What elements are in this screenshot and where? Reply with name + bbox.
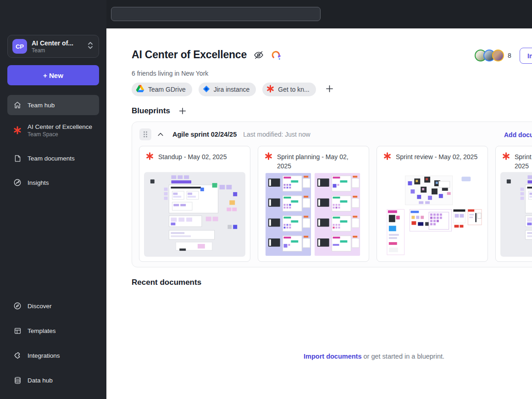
trend-circle-icon [13, 178, 22, 187]
add-blueprint-button[interactable] [178, 107, 187, 115]
compass-icon [13, 301, 22, 310]
last-modified: Last modified: Just now [243, 131, 310, 138]
main-content: AI Center of Excellence [106, 28, 532, 399]
page-title: AI Center of Excellence [132, 49, 247, 61]
blueprint-card-sprint-planning[interactable]: Sprint planning - May 02, 2025 [258, 146, 369, 262]
sidebar-item-label: Templates [28, 327, 56, 334]
new-button[interactable]: + New [7, 65, 99, 85]
card-title: Sprint review - May 02, 2025 [396, 152, 477, 161]
team-avatar: CP [12, 39, 27, 54]
chevron-updown-icon [87, 41, 94, 52]
sidebar-item-team-hub[interactable]: Team hub [7, 95, 99, 115]
add-chip-button[interactable] [322, 83, 337, 95]
chip-jira-instance[interactable]: Jira instance [199, 83, 256, 96]
sidebar-item-insights[interactable]: Insights [7, 172, 99, 193]
card-title: Sprint 2025 [515, 152, 532, 171]
card-asterisk-icon [146, 152, 154, 162]
sidebar-item-templates[interactable]: Templates [7, 321, 99, 341]
sidebar-item-label: Integrations [28, 352, 60, 359]
chip-label: Get to kn... [278, 86, 309, 93]
chip-label: Jira instance [214, 86, 250, 93]
document-icon [13, 154, 22, 163]
team-name: AI Center of... [32, 39, 87, 47]
sidebar-item-discover[interactable]: Discover [7, 296, 99, 316]
sidebar-item-sublabel: Team Space [28, 131, 92, 138]
member-count: 8 [508, 52, 511, 59]
blueprints-heading: Blueprints [132, 106, 170, 116]
recent-documents-heading: Recent documents [132, 278, 201, 287]
search-input[interactable] [111, 7, 321, 21]
board-thumbnail [144, 172, 245, 257]
chip-label: Team GDrive [148, 86, 186, 93]
sidebar-item-label: Team documents [28, 155, 75, 162]
card-asterisk-icon [265, 152, 272, 162]
app-window: CP AI Center of... Team + New Team hub [0, 0, 532, 399]
database-icon [13, 376, 22, 385]
chip-team-gdrive[interactable]: Team GDrive [132, 83, 192, 96]
team-type: Team [32, 47, 87, 54]
empty-state-rest: or get started in a blueprint. [361, 353, 444, 360]
sidebar: CP AI Center of... Team + New Team hub [0, 0, 106, 399]
miro-asterisk-icon [13, 126, 22, 135]
team-selector[interactable]: CP AI Center of... Team [7, 35, 99, 58]
sidebar-item-team-documents[interactable]: Team documents [7, 148, 99, 168]
sidebar-item-label: AI Center of Excellence [28, 123, 92, 130]
avatar-stack[interactable]: 8 [475, 50, 511, 61]
collapse-chevron-icon[interactable] [157, 131, 164, 138]
sidebar-item-label: Team hub [28, 102, 55, 109]
empty-state-text: Import documents or get started in a blu… [304, 353, 444, 360]
sidebar-item-data-hub[interactable]: Data hub [7, 370, 99, 390]
card-title: Standup - May 02, 2025 [158, 152, 227, 161]
invite-button[interactable]: Invite [520, 48, 532, 64]
member-avatar [492, 50, 504, 61]
blueprint-card-sprint-4[interactable]: Sprint 2025 [495, 146, 532, 262]
eye-off-icon[interactable] [253, 50, 264, 61]
blueprint-card-standup[interactable]: Standup - May 02, 2025 [139, 146, 250, 262]
card-asterisk-icon [383, 152, 391, 162]
board-thumbnail [263, 172, 364, 257]
team-description: 6 friends living in New York [132, 70, 208, 77]
sidebar-item-label: Insights [28, 179, 49, 186]
add-documents-link[interactable]: Add documents [504, 131, 532, 139]
gdrive-icon [136, 85, 144, 94]
puzzle-icon [13, 351, 22, 360]
chip-get-to-know[interactable]: Get to kn... [262, 83, 316, 96]
blueprint-card-sprint-review[interactable]: Sprint review - May 02, 2025 [377, 146, 488, 262]
board-thumbnail [500, 172, 532, 257]
miro-asterisk-icon [266, 85, 274, 94]
blueprint-group-title: Agile sprint 02/24/25 [172, 131, 237, 138]
jira-icon [203, 85, 210, 94]
sprint-loop-icon [271, 49, 282, 61]
card-asterisk-icon [502, 152, 510, 162]
sidebar-item-team-space[interactable]: AI Center of Excellence Team Space [7, 119, 99, 141]
blueprint-group-panel: Agile sprint 02/24/25 Last modified: Jus… [132, 122, 532, 267]
board-thumbnail [382, 172, 483, 257]
sidebar-item-label: Data hub [28, 377, 53, 384]
layout-icon [13, 326, 22, 335]
home-icon [13, 100, 22, 110]
card-title: Sprint planning - May 02, 2025 [277, 152, 362, 171]
sidebar-item-label: Discover [28, 303, 52, 310]
import-documents-link[interactable]: Import documents [304, 353, 361, 360]
sidebar-item-integrations[interactable]: Integrations [7, 345, 99, 366]
drag-handle-icon[interactable] [139, 128, 151, 140]
